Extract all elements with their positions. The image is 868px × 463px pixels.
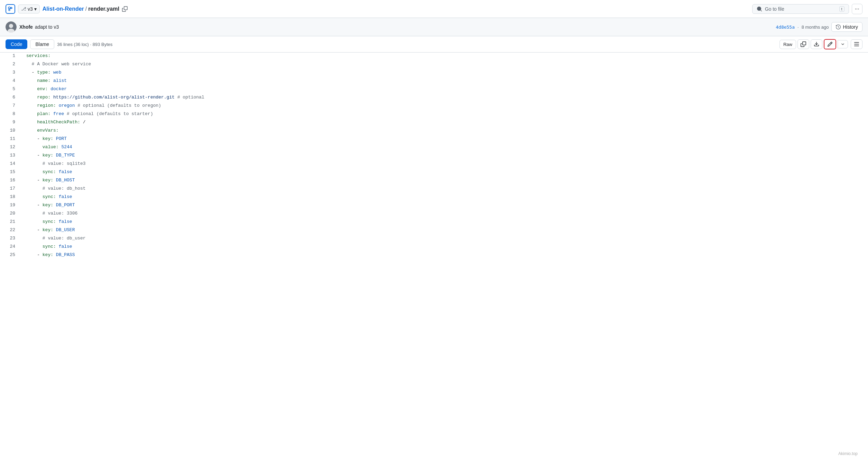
top-bar-right: Go to file t ··· xyxy=(752,4,862,14)
table-row: 12 value: 5244 xyxy=(0,144,868,152)
branch-label: v3 xyxy=(28,6,33,12)
commit-hash[interactable]: 4d8e55a xyxy=(776,25,795,30)
symbols-button[interactable] xyxy=(851,39,862,49)
commit-info: Xhofe adapt to v3 xyxy=(19,24,773,30)
copy-icon xyxy=(801,41,806,47)
table-row: 7 region: oregon # optional (defaults to… xyxy=(0,102,868,111)
edit-icon xyxy=(827,41,833,47)
table-row: 13 - key: DB_TYPE xyxy=(0,152,868,160)
code-container: 1 services: 2 # A Docker web service 3 -… xyxy=(0,53,868,260)
table-row: 15 sync: false xyxy=(0,169,868,177)
table-row: 5 env: docker xyxy=(0,86,868,94)
table-row: 18 sync: false xyxy=(0,193,868,202)
commit-bar: Xhofe adapt to v3 4d8e55a · 8 months ago… xyxy=(0,18,868,36)
history-icon xyxy=(836,25,841,29)
commit-message: adapt to v3 xyxy=(35,24,59,30)
search-icon xyxy=(757,6,762,12)
top-bar: ⎇ v3 ▾ Alist-on-Render / render.yaml Go … xyxy=(0,0,868,18)
file-info: 36 lines (36 loc) · 893 Bytes xyxy=(57,42,777,47)
table-row: 19 - key: DB_PORT xyxy=(0,202,868,210)
toolbar-actions: Raw xyxy=(780,39,862,49)
download-button[interactable] xyxy=(811,39,822,49)
path-separator: / xyxy=(85,6,87,12)
avatar xyxy=(6,21,17,32)
filename-label: render.yaml xyxy=(88,6,119,12)
table-row: 11 - key: PORT xyxy=(0,135,868,144)
commit-separator: · xyxy=(797,25,799,30)
branch-selector[interactable]: ⎇ v3 ▾ xyxy=(18,4,40,13)
table-row: 17 # value: db_host xyxy=(0,185,868,193)
table-row: 22 - key: DB_USER xyxy=(0,227,868,235)
commit-time: 8 months ago xyxy=(802,25,829,30)
repo-icon xyxy=(6,4,15,14)
search-placeholder: Go to file xyxy=(765,6,784,12)
tab-code[interactable]: Code xyxy=(6,39,27,49)
file-toolbar: Code Blame 36 lines (36 loc) · 893 Bytes… xyxy=(0,36,868,53)
tab-blame[interactable]: Blame xyxy=(30,39,54,49)
repo-owner-link[interactable]: Alist-on-Render xyxy=(43,6,84,12)
table-row: 16 - key: DB_HOST xyxy=(0,177,868,185)
edit-more-button[interactable] xyxy=(838,40,848,48)
table-row: 2 # A Docker web service xyxy=(0,61,868,69)
branch-icon: ⎇ xyxy=(21,6,26,11)
breadcrumb: Alist-on-Render / render.yaml xyxy=(43,5,749,13)
chevron-down-icon: ▾ xyxy=(34,6,37,12)
table-row: 24 sync: false xyxy=(0,243,868,252)
commit-meta: 4d8e55a · 8 months ago History xyxy=(776,22,862,32)
raw-button[interactable]: Raw xyxy=(780,40,796,49)
commit-author[interactable]: Xhofe xyxy=(19,24,33,30)
table-row: 9 healthCheckPath: / xyxy=(0,119,868,127)
search-box[interactable]: Go to file t xyxy=(752,4,849,14)
history-label: History xyxy=(843,24,858,30)
table-row: 25 - key: DB_PASS xyxy=(0,252,868,260)
svg-point-0 xyxy=(8,7,10,9)
table-row: 1 services: xyxy=(0,53,868,61)
symbols-icon xyxy=(854,41,859,47)
table-row: 4 name: alist xyxy=(0,77,868,86)
edit-button[interactable] xyxy=(824,39,836,49)
table-row: 3 - type: web xyxy=(0,69,868,77)
copy-button[interactable] xyxy=(797,39,809,49)
search-shortcut: t xyxy=(839,6,844,12)
table-row: 6 repo: https://github.com/alist-org/ali… xyxy=(0,94,868,102)
download-icon xyxy=(814,41,819,47)
table-row: 20 # value: 3306 xyxy=(0,210,868,218)
svg-point-6 xyxy=(9,24,13,28)
history-button[interactable]: History xyxy=(831,22,862,32)
table-row: 14 # value: sqlite3 xyxy=(0,160,868,169)
table-row: 23 # value: db_user xyxy=(0,235,868,243)
table-row: 8 plan: free # optional (defaults to sta… xyxy=(0,111,868,119)
chevron-down-icon xyxy=(841,42,845,46)
table-row: 21 sync: false xyxy=(0,218,868,227)
more-options-button[interactable]: ··· xyxy=(852,4,862,14)
svg-point-1 xyxy=(9,9,10,11)
copy-path-button[interactable] xyxy=(121,5,129,13)
table-row: 10 envVars: xyxy=(0,127,868,135)
